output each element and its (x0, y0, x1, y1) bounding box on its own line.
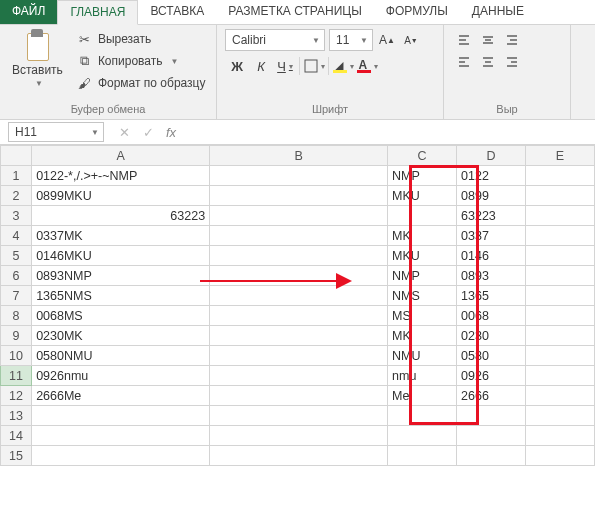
cell[interactable]: 0580NMU (32, 346, 210, 366)
cell[interactable] (525, 206, 594, 226)
row-header[interactable]: 7 (1, 286, 32, 306)
cell[interactable] (210, 326, 388, 346)
name-box[interactable]: H11 ▼ (8, 122, 104, 142)
chevron-down-icon[interactable]: ▾ (374, 62, 378, 71)
cell[interactable] (32, 446, 210, 466)
cell[interactable]: 2666Me (32, 386, 210, 406)
cell[interactable]: 1365 (457, 286, 526, 306)
col-header-c[interactable]: C (388, 146, 457, 166)
tab-data[interactable]: ДАННЫЕ (460, 0, 536, 24)
row-header[interactable]: 15 (1, 446, 32, 466)
align-middle-button[interactable] (476, 29, 500, 51)
cell[interactable]: 0230 (457, 326, 526, 346)
row-header[interactable]: 8 (1, 306, 32, 326)
row-header[interactable]: 6 (1, 266, 32, 286)
cell[interactable]: nmu (388, 366, 457, 386)
font-color-button[interactable]: A ▾ (355, 55, 379, 77)
cell[interactable] (525, 286, 594, 306)
cell[interactable]: NMP (388, 266, 457, 286)
cell[interactable]: 0146 (457, 246, 526, 266)
col-header-d[interactable]: D (457, 146, 526, 166)
cell[interactable] (525, 266, 594, 286)
cell[interactable]: MS (388, 306, 457, 326)
chevron-down-icon[interactable]: ▼ (171, 57, 179, 66)
cell[interactable] (525, 446, 594, 466)
cell[interactable]: 0893 (457, 266, 526, 286)
cell[interactable] (457, 406, 526, 426)
row-header[interactable]: 12 (1, 386, 32, 406)
cell[interactable]: 0580 (457, 346, 526, 366)
align-top-button[interactable] (452, 29, 476, 51)
cell[interactable]: 0122-*,/.>+-~NMP (32, 166, 210, 186)
cell[interactable] (210, 366, 388, 386)
cell[interactable]: NMU (388, 346, 457, 366)
cell[interactable] (525, 346, 594, 366)
cell[interactable]: 0146MKU (32, 246, 210, 266)
align-bottom-button[interactable] (500, 29, 524, 51)
align-left-button[interactable] (452, 51, 476, 73)
cell[interactable]: 1365NMS (32, 286, 210, 306)
tab-file[interactable]: ФАЙЛ (0, 0, 57, 24)
cell[interactable]: MK (388, 326, 457, 346)
row-header[interactable]: 4 (1, 226, 32, 246)
cancel-formula-button[interactable]: ✕ (112, 125, 136, 140)
font-size-combo[interactable]: 11 ▼ (329, 29, 373, 51)
chevron-down-icon[interactable]: ▼ (35, 79, 43, 88)
cell[interactable]: 0122 (457, 166, 526, 186)
copy-button[interactable]: ⧉ Копировать ▼ (75, 51, 208, 71)
cell[interactable]: Me (388, 386, 457, 406)
cell[interactable]: 0899MKU (32, 186, 210, 206)
select-all-corner[interactable] (1, 146, 32, 166)
row-header[interactable]: 3 (1, 206, 32, 226)
cell[interactable] (525, 306, 594, 326)
row-header[interactable]: 10 (1, 346, 32, 366)
row-header[interactable]: 11 (1, 366, 32, 386)
cell[interactable] (210, 186, 388, 206)
align-center-button[interactable] (476, 51, 500, 73)
col-header-b[interactable]: B (210, 146, 388, 166)
border-button[interactable]: ▾ (302, 55, 326, 77)
chevron-down-icon[interactable]: ▾ (321, 62, 325, 71)
cell[interactable] (210, 246, 388, 266)
cell[interactable] (388, 446, 457, 466)
tab-insert[interactable]: ВСТАВКА (138, 0, 216, 24)
cut-button[interactable]: ✂ Вырезать (75, 29, 208, 49)
cell[interactable]: 0068 (457, 306, 526, 326)
cell[interactable] (457, 426, 526, 446)
cell[interactable]: 0899 (457, 186, 526, 206)
row-header[interactable]: 13 (1, 406, 32, 426)
cell[interactable] (388, 206, 457, 226)
chevron-down-icon[interactable]: ▼ (91, 128, 99, 137)
cell[interactable] (525, 326, 594, 346)
cell[interactable] (210, 426, 388, 446)
italic-button[interactable]: К (249, 55, 273, 77)
cell[interactable]: MK (388, 226, 457, 246)
cell[interactable] (525, 166, 594, 186)
font-name-combo[interactable]: Calibri ▼ (225, 29, 325, 51)
cell[interactable]: 0337 (457, 226, 526, 246)
cell[interactable] (210, 446, 388, 466)
cell[interactable] (32, 426, 210, 446)
cell[interactable] (525, 226, 594, 246)
cell[interactable]: 0926nmu (32, 366, 210, 386)
cell[interactable] (388, 406, 457, 426)
cell[interactable]: 63223 (457, 206, 526, 226)
cell[interactable]: MKU (388, 186, 457, 206)
cell[interactable] (525, 406, 594, 426)
tab-formulas[interactable]: ФОРМУЛЫ (374, 0, 460, 24)
cell[interactable] (210, 346, 388, 366)
cell[interactable] (210, 406, 388, 426)
cell[interactable]: 2666 (457, 386, 526, 406)
cell[interactable] (525, 386, 594, 406)
chevron-down-icon[interactable]: ▼ (360, 36, 368, 45)
tab-home[interactable]: ГЛАВНАЯ (57, 0, 138, 25)
align-right-button[interactable] (500, 51, 524, 73)
cell[interactable]: 0337MK (32, 226, 210, 246)
increase-font-button[interactable]: A▲ (377, 29, 397, 51)
row-header[interactable]: 2 (1, 186, 32, 206)
fill-color-button[interactable]: ◢ ▾ (331, 55, 355, 77)
col-header-a[interactable]: A (32, 146, 210, 166)
cell[interactable] (210, 166, 388, 186)
cell[interactable]: MKU (388, 246, 457, 266)
cell[interactable] (525, 366, 594, 386)
